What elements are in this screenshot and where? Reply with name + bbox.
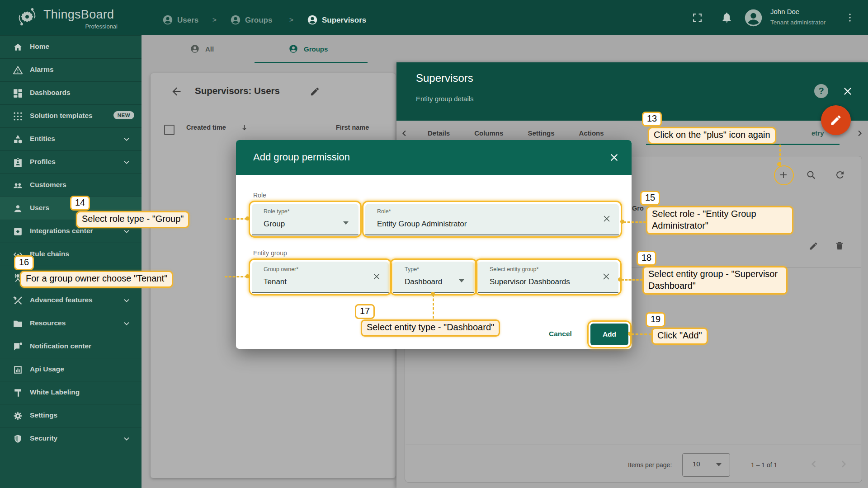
callout-15-number: 15 xyxy=(640,191,660,206)
edit-fab-button[interactable] xyxy=(821,105,851,135)
notification-icon xyxy=(12,341,24,352)
callout-18-number: 18 xyxy=(637,251,656,266)
sidebar-item-solution-templates[interactable]: Solution templatesNEW xyxy=(0,104,142,128)
sidebar-item-resources[interactable]: Resources xyxy=(0,312,142,335)
items-per-page-select[interactable]: 10 xyxy=(682,453,730,477)
chevron-down-icon xyxy=(122,296,132,305)
tab-all[interactable]: All xyxy=(190,44,214,56)
tab-groups[interactable]: Groups xyxy=(288,44,328,56)
breadcrumb-users[interactable]: Users xyxy=(177,16,198,25)
column-header-first-name[interactable]: First name xyxy=(336,124,369,131)
sidebar-item-label: Api Usage xyxy=(30,365,64,373)
tab-columns[interactable]: Columns xyxy=(474,129,503,137)
tabs-scroll-left-icon[interactable] xyxy=(400,128,410,138)
logo-title[interactable]: ThingsBoard xyxy=(43,8,114,22)
row-delete-trash-icon[interactable] xyxy=(835,241,844,251)
sidebar-item-white-labeling[interactable]: White Labeling xyxy=(0,381,142,404)
sidebar-item-api-usage[interactable]: Api Usage xyxy=(0,358,142,381)
clear-group-owner-icon[interactable] xyxy=(372,272,382,282)
select-all-checkbox[interactable] xyxy=(164,125,175,135)
column-header-created-time[interactable]: Created time xyxy=(186,124,226,131)
entities-icon xyxy=(12,134,24,145)
role-type-field[interactable]: Role type* Group xyxy=(252,204,359,235)
kebab-menu-icon[interactable] xyxy=(844,12,855,23)
dialog-title: Add group permission xyxy=(253,151,350,163)
sidebar-item-notification-center[interactable]: Notification center xyxy=(0,335,142,358)
entity-type-field[interactable]: Type* Dashboard xyxy=(393,262,474,293)
group-owner-label: Group owner* xyxy=(264,266,298,272)
breadcrumb-users-icon xyxy=(162,14,174,26)
callout-14: 14 Select role type - "Group" xyxy=(76,211,189,228)
breadcrumb-groups[interactable]: Groups xyxy=(245,16,272,25)
cancel-button[interactable]: Cancel xyxy=(549,330,572,338)
role-value: Entity Group Administrator xyxy=(377,220,467,229)
sidebar-item-customers[interactable]: Customers xyxy=(0,174,142,197)
entity-group-label: Select entity group* xyxy=(490,266,538,272)
connector-dot xyxy=(620,220,624,224)
person-icon xyxy=(288,44,298,54)
help-icon[interactable]: ? xyxy=(814,84,828,98)
entity-group-panel-header: Supervisors Entity group details ? xyxy=(396,62,868,121)
role-field[interactable]: Role* Entity Group Administrator xyxy=(365,204,619,235)
sidebar-item-home[interactable]: Home xyxy=(0,35,142,59)
column-header-fragment[interactable]: Gro xyxy=(632,205,644,212)
security-icon xyxy=(12,433,24,445)
entity-type-value: Dashboard xyxy=(405,277,442,286)
entity-group-value: Supervisor Dashboards xyxy=(490,277,570,286)
sidebar-item-label: Dashboards xyxy=(30,89,71,97)
panel-close-icon[interactable] xyxy=(842,85,854,97)
avatar[interactable] xyxy=(743,8,764,28)
dropdown-caret-icon xyxy=(459,279,464,282)
refresh-icon[interactable] xyxy=(835,169,845,180)
tabs-scroll-right-icon[interactable] xyxy=(854,128,864,138)
sidebar-item-advanced-features[interactable]: Advanced features xyxy=(0,289,142,312)
page-previous-icon[interactable] xyxy=(808,458,820,470)
connector-dot xyxy=(245,216,250,221)
sidebar-item-alarms[interactable]: Alarms xyxy=(0,58,142,82)
connector-dot xyxy=(431,292,435,296)
edit-title-pencil-icon[interactable] xyxy=(310,86,320,97)
sidebar-item-label: Alarms xyxy=(30,66,54,74)
group-owner-field[interactable]: Group owner* Tenant xyxy=(252,262,389,293)
breadcrumb-supervisors[interactable]: Supervisors xyxy=(322,16,366,25)
tab-details[interactable]: Details xyxy=(428,129,450,137)
whitelabel-icon xyxy=(12,387,24,399)
sidebar-item-settings[interactable]: Settings xyxy=(0,404,142,427)
clear-entity-group-icon[interactable] xyxy=(601,272,611,282)
new-badge: NEW xyxy=(113,111,134,119)
fullscreen-icon[interactable] xyxy=(692,12,703,23)
alarms-icon xyxy=(12,65,24,76)
connector-18 xyxy=(621,279,642,281)
sidebar-item-dashboards[interactable]: Dashboards xyxy=(0,81,142,105)
add-button[interactable]: Add xyxy=(590,324,628,345)
sidebar-item-label: Users xyxy=(30,204,49,212)
tab-actions[interactable]: Actions xyxy=(579,129,604,137)
tab-settings[interactable]: Settings xyxy=(528,129,554,137)
page-next-icon[interactable] xyxy=(837,458,849,470)
row-edit-pencil-icon[interactable] xyxy=(809,241,818,251)
sidebar-item-entities[interactable]: Entities xyxy=(0,127,142,151)
callout-19: 19 Click "Add" xyxy=(651,328,708,345)
users-tabs-bar: All Groups xyxy=(142,35,868,64)
chevron-down-icon xyxy=(122,434,132,444)
sidebar-item-label: Settings xyxy=(30,411,57,419)
search-icon[interactable] xyxy=(806,169,816,180)
sidebar-item-profiles[interactable]: Profiles xyxy=(0,150,142,174)
notifications-bell-icon[interactable] xyxy=(721,11,733,23)
sidebar-item-security[interactable]: Security xyxy=(0,427,142,450)
tab-partial-telemetry[interactable]: etry xyxy=(811,129,824,137)
clear-role-icon[interactable] xyxy=(602,214,612,224)
role-type-label: Role type* xyxy=(264,208,290,215)
chevron-down-icon xyxy=(122,134,132,144)
sort-descending-icon[interactable] xyxy=(241,124,248,131)
footer-divider xyxy=(406,445,861,445)
back-arrow-icon[interactable] xyxy=(170,85,183,98)
role-section-label: Role xyxy=(253,192,266,199)
chevron-down-icon xyxy=(122,157,132,167)
entity-group-field[interactable]: Select entity group* Supervisor Dashboar… xyxy=(478,262,618,293)
sidebar-item-label: Integrations center xyxy=(30,227,93,235)
connector-13 xyxy=(779,145,781,164)
entity-group-section-label: Entity group xyxy=(253,249,287,257)
dialog-close-icon[interactable] xyxy=(609,152,620,163)
user-role: Tenant administrator xyxy=(770,19,826,26)
